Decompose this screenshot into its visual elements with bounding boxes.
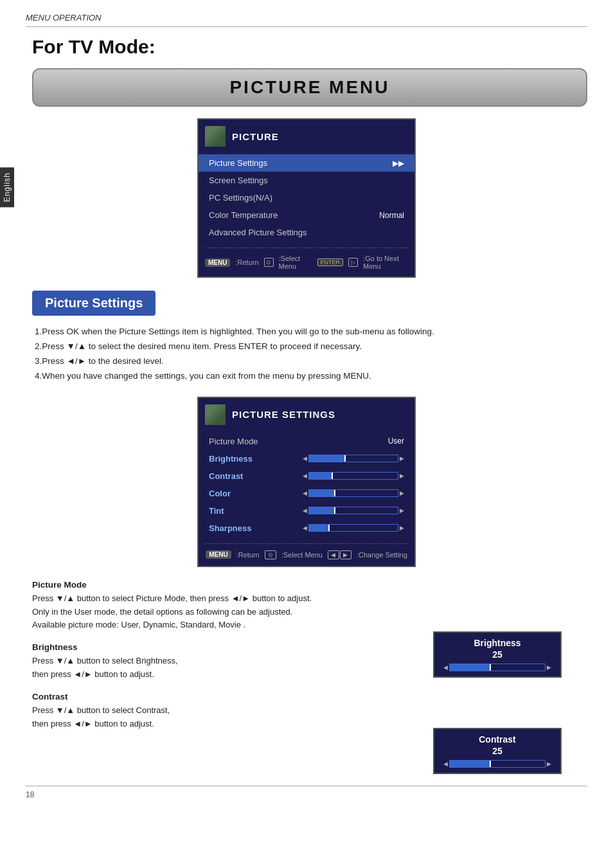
brightness-box-track [449, 664, 546, 671]
picture-mode-body: Press ▼/▲ button to select Picture Mode,… [32, 592, 328, 632]
menu-item-picture-settings[interactable]: Picture Settings ▶▶ [199, 154, 414, 172]
ps-item-picture-mode[interactable]: Picture Mode User [199, 433, 414, 450]
picture-settings-menu-box: PICTURE SETTINGS Picture Mode User Brigh… [197, 397, 416, 567]
ps-icon-image [205, 404, 226, 425]
brightness-box-left-arrow: ◀ [443, 664, 448, 671]
menu-item-pc-settings[interactable]: PC Settings(N/A) [199, 189, 414, 206]
color-left-arrow: ◀ [303, 490, 307, 496]
tint-right-arrow: ▶ [400, 507, 404, 514]
brightness-text-section: Brightness Press ▼/▲ button to select Br… [32, 642, 328, 682]
sharpness-right-arrow: ▶ [400, 525, 404, 531]
ps-contrast-label: Contrast [209, 471, 243, 481]
brightness-box-slider-row: ◀ ▶ [441, 664, 554, 671]
instructions-list: 1.Press OK when the Picture Settings ite… [32, 325, 587, 384]
brightness-box-right-arrow: ▶ [547, 664, 551, 671]
menu-key-label: MENU [205, 258, 230, 267]
menu-item-color-temp-label: Color Temperature [209, 210, 278, 220]
ps-menu-footer: MENU :Return ⊙ :Select Menu ◀ ▶ :Change … [199, 548, 414, 562]
picture-menu-inner: PICTURE Picture Settings ▶▶ Screen Setti… [197, 118, 416, 278]
picture-menu-items: Picture Settings ▶▶ Screen Settings PC S… [199, 152, 414, 244]
brightness-left-arrow: ◀ [303, 455, 307, 462]
ps-picture-mode-label: Picture Mode [209, 437, 258, 446]
picture-menu-banner: PICTURE MENU [32, 68, 587, 107]
page-title: For TV Mode: [32, 36, 587, 58]
ps-item-tint[interactable]: Tint ◀ ▶ [199, 502, 414, 520]
menu-item-pc-settings-label: PC Settings(N/A) [209, 193, 272, 203]
brightness-fill [309, 455, 344, 462]
picture-settings-heading: Picture Settings [45, 296, 143, 310]
ps-change-label: :Change Setting [357, 551, 407, 559]
ps-menu-header: PICTURE SETTINGS [199, 404, 414, 430]
tint-slider-track [308, 507, 398, 514]
tint-left-arrow: ◀ [303, 507, 307, 514]
brightness-sub-title: Brightness [32, 642, 328, 652]
contrast-box-title: Contrast [441, 734, 554, 745]
menu-item-screen-settings-label: Screen Settings [209, 176, 268, 185]
select-icon: ⊙ [264, 258, 274, 267]
ps-item-contrast[interactable]: Contrast ◀ ▶ [199, 467, 414, 485]
ps-color-label: Color [209, 489, 231, 498]
picture-settings-box-wrapper: PICTURE SETTINGS Picture Mode User Brigh… [26, 397, 587, 567]
menu-item-color-temp-value: Normal [379, 211, 404, 220]
ps-color-slider: ◀ ▶ [303, 489, 404, 497]
menu-box-divider [205, 248, 408, 248]
menu-icon [205, 126, 226, 147]
brightness-box-value: 25 [441, 649, 554, 660]
instruction-3: 3.Press ◄/► to the desired level. [32, 354, 587, 369]
ps-items-list: Picture Mode User Brightness ◀ ▶ [199, 430, 414, 539]
brightness-box-marker [490, 664, 491, 671]
color-fill [309, 490, 334, 496]
ps-sharpness-label: Sharpness [209, 523, 251, 533]
menu-item-color-temperature[interactable]: Color Temperature Normal [199, 206, 414, 224]
ps-select-label: :Select Menu [281, 551, 323, 559]
contrast-box: Contrast 25 ◀ ▶ [433, 728, 562, 774]
contrast-marker [332, 473, 333, 479]
contrast-slider-track [308, 472, 398, 480]
picture-menu-box: PICTURE Picture Settings ▶▶ Screen Setti… [26, 118, 587, 278]
bottom-section: Picture Mode Press ▼/▲ button to select … [26, 580, 587, 773]
menu-item-screen-settings[interactable]: Screen Settings [199, 172, 414, 189]
tint-marker [334, 507, 335, 514]
next-label: :Go to Next Menu [363, 255, 408, 270]
ps-menu-key: MENU [206, 550, 231, 559]
brightness-box: Brightness 25 ◀ ▶ [433, 631, 562, 678]
contrast-box-track [449, 760, 546, 768]
brightness-value-box: Brightness 25 ◀ ▶ [433, 631, 562, 678]
instruction-2: 2.Press ▼/▲ to select the desired menu i… [32, 339, 587, 354]
picture-menu-banner-text: PICTURE MENU [229, 77, 389, 97]
contrast-left-arrow: ◀ [303, 473, 307, 479]
bottom-left-content: Picture Mode Press ▼/▲ button to select … [26, 580, 335, 731]
sharpness-fill [309, 525, 328, 531]
brightness-sub-body: Press ▼/▲ button to select Brightness, t… [32, 655, 328, 682]
brightness-right-arrow: ▶ [400, 455, 404, 462]
menu-box-footer: MENU :Return ⊙ :Select Menu ENTER ▷ :Go … [199, 252, 414, 273]
brightness-box-fill [450, 664, 490, 671]
ps-item-brightness[interactable]: Brightness ◀ ▶ [199, 450, 414, 467]
picture-mode-section: Picture Mode Press ▼/▲ button to select … [32, 580, 328, 632]
contrast-value-box: Contrast 25 ◀ ▶ [433, 728, 562, 774]
next-icon: ▷ [348, 258, 358, 267]
tint-fill [309, 507, 334, 514]
top-divider [26, 26, 587, 27]
menu-box-header: PICTURE [199, 126, 414, 152]
instruction-1: 1.Press OK when the Picture Settings ite… [32, 325, 587, 339]
menu-operation-header: MENU OPERATION [26, 13, 587, 23]
color-slider-track [308, 489, 398, 497]
menu-item-advanced-picture[interactable]: Advanced Picture Settings [199, 224, 414, 241]
picture-menu-title: PICTURE [232, 131, 279, 142]
ps-menu-divider [205, 543, 408, 544]
contrast-box-left-arrow: ◀ [443, 761, 448, 767]
ps-tint-slider: ◀ ▶ [303, 507, 404, 514]
ps-item-sharpness[interactable]: Sharpness ◀ ▶ [199, 520, 414, 537]
ps-contrast-slider: ◀ ▶ [303, 472, 404, 480]
sidebar-language-label: English [0, 167, 14, 207]
ps-item-color[interactable]: Color ◀ ▶ [199, 485, 414, 502]
select-menu-label: :Select Menu [279, 255, 312, 270]
brightness-slider-track [308, 455, 398, 462]
contrast-box-fill [450, 761, 490, 767]
contrast-box-right-arrow: ▶ [547, 761, 551, 767]
ps-select-icon: ⊙ [265, 550, 276, 559]
contrast-box-slider-row: ◀ ▶ [441, 760, 554, 768]
contrast-right-arrow: ▶ [400, 473, 404, 479]
sharpness-slider-track [308, 524, 398, 532]
